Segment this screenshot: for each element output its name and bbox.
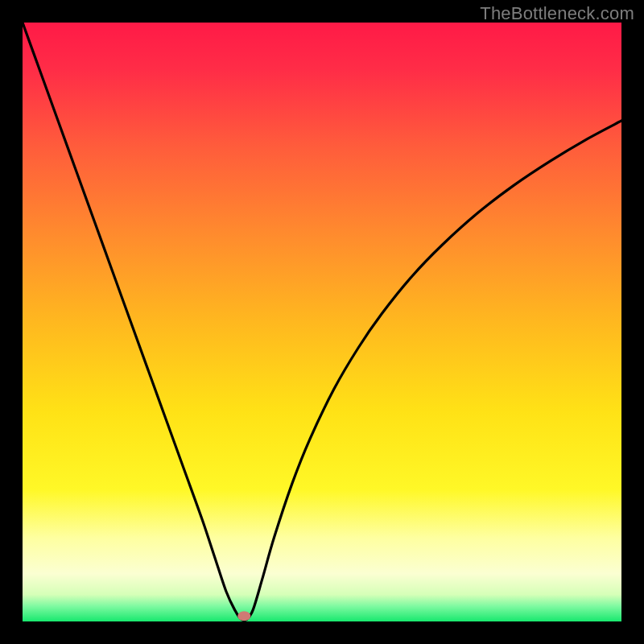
chart-svg <box>23 23 621 621</box>
optimum-marker <box>237 611 250 621</box>
chart-background <box>23 23 621 621</box>
plot-frame <box>23 23 621 621</box>
watermark-text: TheBottleneck.com <box>480 3 634 24</box>
